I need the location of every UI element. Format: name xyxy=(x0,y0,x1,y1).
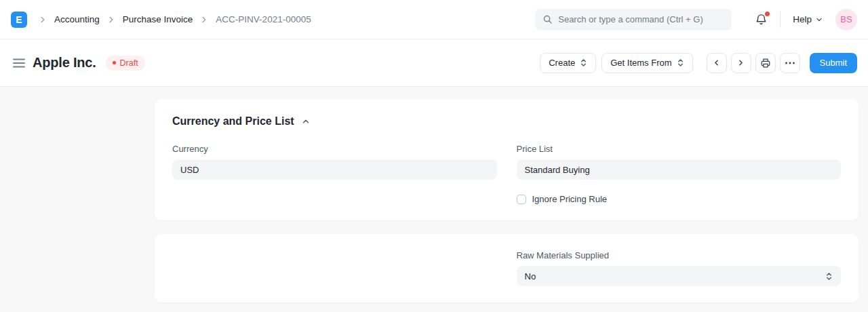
ignore-pricing-rule-checkbox[interactable] xyxy=(517,195,526,204)
next-document-button[interactable] xyxy=(731,53,751,73)
price-list-input[interactable]: Standard Buying xyxy=(517,159,842,180)
page-actions: Create Get Items From xyxy=(540,53,857,73)
chevron-down-icon xyxy=(815,16,823,24)
page-title: Apple Inc. xyxy=(33,55,96,71)
chevron-up-icon xyxy=(301,117,311,126)
hamburger-icon xyxy=(12,58,26,69)
breadcrumb-purchase-invoice[interactable]: Purchase Invoice xyxy=(123,14,193,24)
chevron-right-icon xyxy=(736,58,745,67)
menu-button[interactable] xyxy=(780,53,800,73)
create-button[interactable]: Create xyxy=(540,53,596,73)
form-body: Currency and Price List Currency USD Pri… xyxy=(0,87,868,312)
select-updown-icon xyxy=(580,58,587,67)
status-badge: Draft xyxy=(106,56,145,71)
help-dropdown[interactable]: Help xyxy=(793,14,823,24)
ellipsis-icon xyxy=(785,62,795,64)
chevron-right-icon xyxy=(106,15,116,24)
section-fields: Currency USD Price List Standard Buying … xyxy=(172,144,841,204)
breadcrumb: Accounting Purchase Invoice ACC-PINV-202… xyxy=(34,14,311,24)
search-input[interactable] xyxy=(558,14,724,24)
app-logo-icon[interactable]: E xyxy=(11,12,27,28)
print-button[interactable] xyxy=(755,53,776,73)
sidebar-toggle-button[interactable] xyxy=(11,56,27,70)
raw-materials-supplied-select[interactable]: No xyxy=(517,266,842,286)
currency-label: Currency xyxy=(172,144,497,154)
breadcrumb-document-id: ACC-PINV-2021-00005 xyxy=(216,14,311,24)
raw-materials-supplied-value: No xyxy=(525,271,536,281)
currency-price-list-section: Currency and Price List Currency USD Pri… xyxy=(155,99,859,220)
section-collapse-toggle[interactable]: Currency and Price List xyxy=(172,115,841,128)
get-items-from-button[interactable]: Get Items From xyxy=(601,53,692,73)
create-button-label: Create xyxy=(549,58,575,68)
status-dot-icon xyxy=(113,61,116,64)
chevron-left-icon xyxy=(712,58,721,67)
section-title: Currency and Price List xyxy=(172,115,294,128)
ignore-pricing-rule-field[interactable]: Ignore Pricing Rule xyxy=(517,194,842,204)
section-fields: Raw Materials Supplied No xyxy=(172,250,841,286)
select-updown-icon xyxy=(825,272,833,281)
currency-input[interactable]: USD xyxy=(172,159,497,180)
notifications-button[interactable] xyxy=(755,13,768,26)
price-list-label: Price List xyxy=(517,144,842,154)
chevron-right-icon xyxy=(199,15,209,24)
navbar-divider xyxy=(780,12,781,28)
submit-button[interactable]: Submit xyxy=(810,53,857,73)
user-avatar[interactable]: BS xyxy=(835,9,857,31)
search-icon xyxy=(542,14,553,24)
select-updown-icon xyxy=(677,58,684,67)
chevron-right-icon xyxy=(38,15,47,24)
printer-icon xyxy=(760,58,771,69)
price-list-field: Price List Standard Buying Ignore Pricin… xyxy=(517,144,842,204)
ignore-pricing-rule-label: Ignore Pricing Rule xyxy=(532,194,608,204)
status-badge-label: Draft xyxy=(120,58,138,68)
navbar-right: Help BS xyxy=(535,9,857,31)
raw-materials-section: Raw Materials Supplied No xyxy=(155,234,859,303)
global-search[interactable] xyxy=(535,9,732,31)
nav-button-group xyxy=(707,53,800,73)
breadcrumb-accounting[interactable]: Accounting xyxy=(54,14,100,24)
top-navbar: E Accounting Purchase Invoice ACC-PINV-2… xyxy=(0,0,868,39)
unread-notifications-dot xyxy=(765,12,770,16)
help-label: Help xyxy=(793,14,812,24)
get-items-from-label: Get Items From xyxy=(610,58,671,68)
page-head: Apple Inc. Draft Create Get Items From xyxy=(0,39,868,87)
empty-column xyxy=(172,250,497,286)
raw-materials-supplied-field: Raw Materials Supplied No xyxy=(517,250,842,286)
raw-materials-supplied-label: Raw Materials Supplied xyxy=(517,250,842,260)
currency-field: Currency USD xyxy=(172,144,497,204)
previous-document-button[interactable] xyxy=(707,53,727,73)
